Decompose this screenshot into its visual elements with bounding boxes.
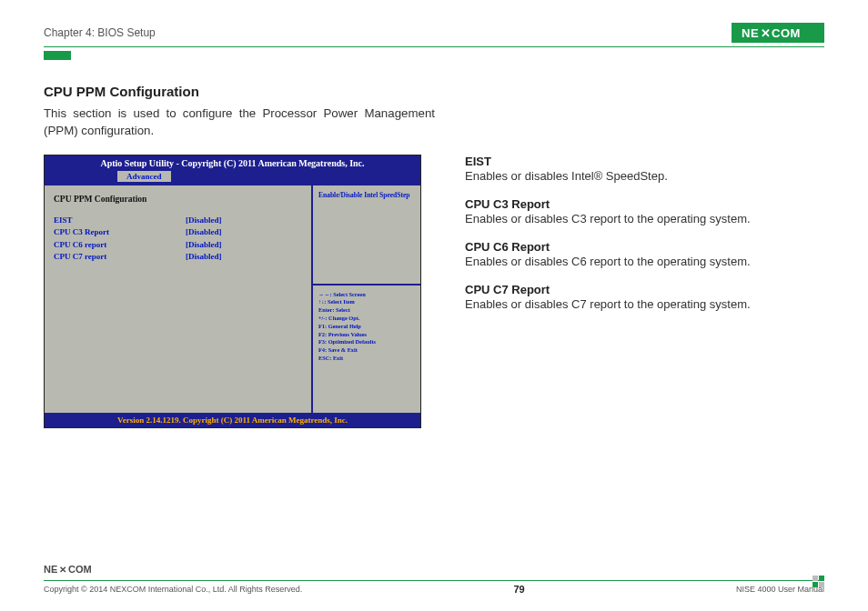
footer-rule	[44, 580, 824, 581]
description-term: CPU C7 Report	[465, 283, 824, 296]
bios-tab-advanced[interactable]: Advanced	[117, 171, 171, 182]
bios-key-line: →←: Select Screen	[318, 291, 415, 299]
bios-row-value: [Disabled]	[186, 226, 222, 239]
bios-row-label: CPU C6 report	[54, 239, 186, 252]
bios-row-value: [Disabled]	[186, 251, 222, 264]
section-description: This section is used to configure the Pr…	[44, 105, 435, 140]
svg-text:NE: NE	[742, 26, 759, 40]
bios-row[interactable]: CPU C6 report [Disabled]	[54, 239, 302, 252]
description-text: Enables or disables C3 report to the ope…	[465, 211, 824, 227]
description-term: CPU C3 Report	[465, 197, 824, 211]
description-item: CPU C7 Report Enables or disables C7 rep…	[465, 283, 824, 313]
green-tab-decor	[44, 51, 71, 60]
nexcom-logo-small: NE ✕ COM	[44, 564, 100, 575]
nexcom-logo: NE ✕ COM	[732, 23, 824, 43]
description-text: Enables or disables Intel® SpeedStep.	[465, 168, 824, 185]
bios-left-pane: CPU PPM Configuration EIST [Disabled] CP…	[45, 185, 311, 413]
page-header: Chapter 4: BIOS Setup NE ✕ COM	[44, 23, 824, 47]
description-item: CPU C3 Report Enables or disables C3 rep…	[465, 197, 824, 227]
svg-text:NE: NE	[44, 564, 57, 575]
page-number: 79	[513, 584, 524, 595]
bios-key-line: ↑↓: Select Item	[318, 298, 415, 306]
description-column: EIST Enables or disables Intel® SpeedSte…	[465, 155, 824, 428]
bios-row-value: [Disabled]	[186, 215, 222, 227]
bios-key-line: +/-: Change Opt.	[318, 315, 415, 323]
svg-text:COM: COM	[772, 26, 801, 40]
description-term: CPU C6 Report	[465, 240, 824, 254]
bios-key-line: Enter: Select	[318, 306, 415, 315]
bios-footer-bar: Version 2.14.1219. Copyright (C) 2011 Am…	[45, 413, 420, 427]
svg-text:✕: ✕	[59, 565, 66, 575]
bios-key-legend: →←: Select Screen ↑↓: Select Item Enter:…	[313, 285, 420, 413]
corner-mark-icon	[812, 576, 824, 587]
copyright-text: Copyright © 2014 NEXCOM International Co…	[44, 585, 302, 594]
description-item: EIST Enables or disables Intel® SpeedSte…	[465, 155, 824, 185]
bios-panel: Aptio Setup Utility - Copyright (C) 2011…	[44, 155, 421, 428]
bios-heading: CPU PPM Configuration	[54, 195, 302, 204]
description-text: Enables or disables C6 report to the ope…	[465, 254, 824, 270]
bios-row-label: CPU C3 Report	[54, 226, 186, 239]
bios-key-line: F2: Previous Values	[318, 331, 415, 339]
page-footer: NE ✕ COM Copyright © 2014 NEXCOM Interna…	[44, 564, 824, 595]
bios-key-line: F3: Optimized Defaults	[318, 338, 415, 346]
description-text: Enables or disables C7 report to the ope…	[465, 296, 824, 313]
bios-row-label: EIST	[54, 215, 186, 227]
section-title: CPU PPM Configuration	[44, 84, 824, 99]
bios-key-line: F4: Save & Exit	[318, 346, 415, 355]
content-row: Aptio Setup Utility - Copyright (C) 2011…	[44, 155, 824, 428]
bios-tab-bar: Advanced	[45, 171, 420, 184]
bios-right-pane: Enable/Disable Intel SpeedStep →←: Selec…	[311, 185, 420, 413]
bios-row[interactable]: CPU C3 Report [Disabled]	[54, 226, 302, 239]
bios-row[interactable]: EIST [Disabled]	[54, 215, 302, 227]
svg-text:✕: ✕	[761, 26, 771, 40]
bios-key-line: F1: General Help	[318, 323, 415, 331]
svg-text:COM: COM	[68, 564, 92, 575]
bios-row-label: CPU C7 report	[54, 251, 186, 264]
bios-body: CPU PPM Configuration EIST [Disabled] CP…	[45, 184, 420, 413]
footer-line: Copyright © 2014 NEXCOM International Co…	[44, 584, 824, 595]
bios-key-line: ESC: Exit	[318, 355, 415, 363]
bios-row-value: [Disabled]	[186, 239, 222, 252]
chapter-label: Chapter 4: BIOS Setup	[44, 26, 156, 39]
manual-name: NISE 4000 User Manual	[736, 585, 824, 594]
bios-title-bar: Aptio Setup Utility - Copyright (C) 2011…	[45, 155, 420, 171]
description-item: CPU C6 Report Enables or disables C6 rep…	[465, 240, 824, 270]
bios-row[interactable]: CPU C7 report [Disabled]	[54, 251, 302, 264]
description-term: EIST	[465, 155, 824, 168]
bios-help-text: Enable/Disable Intel SpeedStep	[313, 185, 420, 285]
